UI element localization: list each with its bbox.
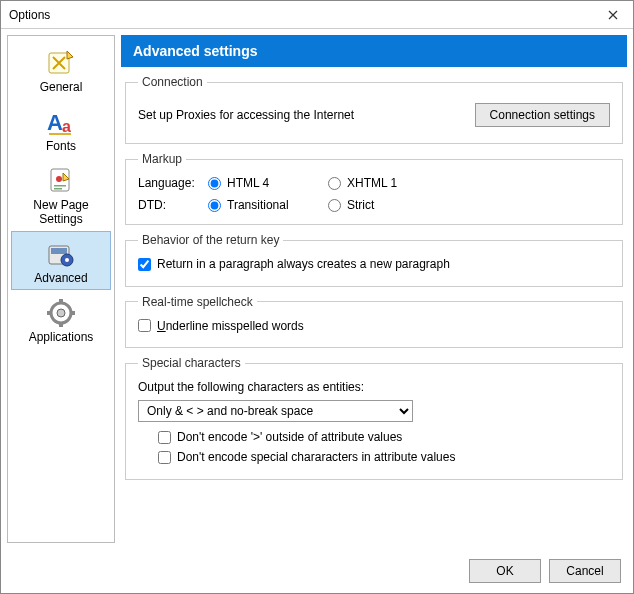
svg-rect-6 <box>54 185 66 187</box>
behavior-legend: Behavior of the return key <box>138 233 283 247</box>
dtd-transitional-radio[interactable]: Transitional <box>208 198 328 212</box>
page-title: Advanced settings <box>121 35 627 67</box>
sidebar-item-general[interactable]: General <box>11 40 111 99</box>
dont-encode-attr-checkbox[interactable]: Don't encode special chararacters in att… <box>158 450 455 464</box>
return-paragraph-checkbox[interactable]: Return in a paragraph always creates a n… <box>138 257 450 271</box>
svg-rect-14 <box>59 322 63 327</box>
dtd-label: DTD: <box>138 198 208 212</box>
sidebar-item-fonts[interactable]: Aa Fonts <box>11 99 111 158</box>
svg-point-11 <box>65 258 69 262</box>
window-title: Options <box>9 8 593 22</box>
dialog-body: General Aa Fonts New Page Settings Advan… <box>1 29 633 549</box>
dont-encode-gt-checkbox[interactable]: Don't encode '>' outside of attribute va… <box>158 430 402 444</box>
close-button[interactable] <box>593 1 633 28</box>
svg-rect-3 <box>49 133 71 135</box>
connection-text: Set up Proxies for accessing the Interne… <box>138 108 354 122</box>
svg-rect-7 <box>54 188 62 190</box>
svg-rect-13 <box>59 299 63 304</box>
special-legend: Special characters <box>138 356 245 370</box>
dialog-footer: OK Cancel <box>1 549 633 593</box>
sidebar-item-applications[interactable]: Applications <box>11 290 111 349</box>
titlebar: Options <box>1 1 633 29</box>
behavior-group: Behavior of the return key Return in a p… <box>125 233 623 287</box>
options-window: Options General Aa Fonts <box>0 0 634 594</box>
svg-point-17 <box>57 309 65 317</box>
advanced-icon <box>45 238 77 270</box>
close-icon <box>608 10 618 20</box>
applications-icon <box>45 297 77 329</box>
connection-settings-button[interactable]: Connection settings <box>475 103 610 127</box>
sidebar-item-label: General <box>40 81 83 94</box>
svg-rect-15 <box>47 311 52 315</box>
sidebar-item-label: Advanced <box>34 272 87 285</box>
sidebar-item-advanced[interactable]: Advanced <box>11 231 111 290</box>
language-xhtml1-radio[interactable]: XHTML 1 <box>328 176 428 190</box>
svg-text:a: a <box>62 118 71 135</box>
svg-text:A: A <box>47 110 63 135</box>
special-text: Output the following characters as entit… <box>138 380 610 394</box>
svg-point-5 <box>56 176 62 182</box>
special-characters-group: Special characters Output the following … <box>125 356 623 480</box>
entities-dropdown[interactable]: Only & < > and no-break space <box>138 400 413 422</box>
sidebar: General Aa Fonts New Page Settings Advan… <box>7 35 115 543</box>
language-label: Language: <box>138 176 208 190</box>
ok-button[interactable]: OK <box>469 559 541 583</box>
fonts-icon: Aa <box>45 106 77 138</box>
connection-legend: Connection <box>138 75 207 89</box>
new-page-settings-icon <box>45 165 77 197</box>
svg-rect-16 <box>70 311 75 315</box>
language-html4-radio[interactable]: HTML 4 <box>208 176 328 190</box>
spellcheck-legend: Real-time spellcheck <box>138 295 257 309</box>
dtd-strict-radio[interactable]: Strict <box>328 198 428 212</box>
sidebar-item-label: Applications <box>29 331 94 344</box>
sidebar-item-label: New Page Settings <box>14 199 108 225</box>
spellcheck-group: Real-time spellcheck Underline misspelle… <box>125 295 623 349</box>
cancel-button[interactable]: Cancel <box>549 559 621 583</box>
general-icon <box>45 47 77 79</box>
connection-group: Connection Set up Proxies for accessing … <box>125 75 623 144</box>
underline-misspelled-checkbox[interactable]: Underline misspelled words <box>138 319 304 333</box>
sidebar-item-new-page-settings[interactable]: New Page Settings <box>11 158 111 230</box>
markup-legend: Markup <box>138 152 186 166</box>
main-panel: Advanced settings Connection Set up Prox… <box>121 35 627 543</box>
svg-rect-9 <box>51 248 67 254</box>
sidebar-item-label: Fonts <box>46 140 76 153</box>
markup-group: Markup Language: HTML 4 XHTML 1 DTD: Tra… <box>125 152 623 225</box>
